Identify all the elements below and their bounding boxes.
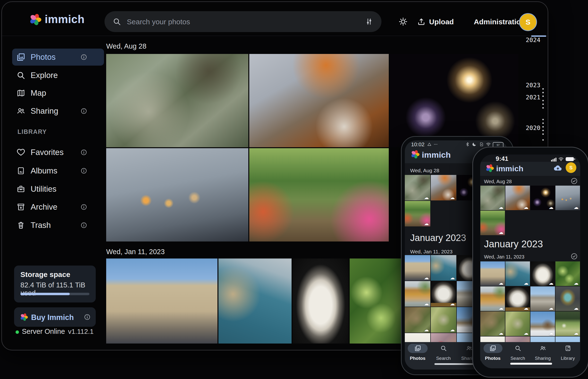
photo-tile[interactable] — [505, 312, 530, 336]
photo-tile[interactable] — [431, 307, 456, 332]
version-text: v1.112.1 — [68, 328, 93, 335]
info-icon[interactable] — [80, 107, 87, 115]
photo-tile[interactable] — [556, 312, 580, 336]
photo-tile[interactable] — [405, 201, 430, 226]
photo-tile[interactable] — [556, 286, 580, 311]
wifi-icon — [558, 157, 564, 162]
info-icon[interactable] — [80, 221, 87, 229]
sharing-people-icon — [16, 107, 25, 115]
iphone-date-aug: Wed, Aug 28 — [484, 179, 512, 184]
photo-tile[interactable] — [556, 186, 580, 210]
info-icon[interactable] — [84, 313, 91, 321]
nav-item-search[interactable]: Search — [432, 356, 454, 361]
immich-logo-icon — [20, 313, 28, 321]
photo-tile[interactable] — [405, 307, 430, 332]
timeline-dot — [542, 119, 544, 120]
photos-icon[interactable] — [490, 345, 496, 351]
administration-link[interactable]: Administration — [474, 18, 525, 26]
android-brand: immich — [422, 150, 451, 160]
no-sim-icon — [479, 142, 484, 147]
photo-tile[interactable] — [480, 211, 505, 235]
signal-bars-icon — [551, 160, 552, 161]
iphone-month-header: January 2023 — [484, 238, 543, 250]
upload-button[interactable]: Upload — [429, 18, 454, 26]
user-avatar[interactable]: S — [566, 162, 576, 173]
photo-tile[interactable] — [530, 186, 555, 210]
storage-title: Storage space — [20, 270, 70, 279]
photo-tile[interactable] — [505, 261, 530, 286]
search-icon[interactable] — [515, 345, 521, 351]
photo-marble-bust[interactable] — [293, 258, 349, 344]
theme-toggle-sun-icon[interactable] — [398, 17, 408, 26]
library-section-heading: LIBRARY — [17, 128, 47, 135]
search-input[interactable] — [126, 14, 332, 30]
timeline-year: 2020 — [520, 124, 540, 131]
immich-logo-icon — [29, 13, 42, 26]
bluetooth-icon — [465, 142, 470, 147]
select-all-icon[interactable] — [571, 253, 578, 260]
info-icon[interactable] — [80, 149, 87, 156]
photo-tile[interactable] — [405, 175, 430, 200]
albums-image-icon — [16, 166, 25, 175]
search-icon[interactable] — [440, 345, 447, 351]
nav-item-search[interactable]: Search — [507, 356, 529, 361]
photo-tile[interactable] — [431, 175, 456, 200]
photo-zoo-monkeys[interactable] — [106, 54, 248, 147]
photo-autumn-park[interactable] — [249, 148, 389, 241]
photo-tile[interactable] — [530, 261, 555, 286]
nav-item-library[interactable]: Library — [557, 356, 579, 361]
photo-tile[interactable] — [480, 312, 505, 336]
photo-fortress-walls[interactable] — [106, 258, 218, 344]
battery-icon — [566, 157, 574, 161]
timeline-dot — [542, 133, 544, 135]
timeline-dot — [542, 126, 544, 127]
photo-fireworks[interactable] — [390, 54, 518, 147]
wifi-icon — [486, 142, 491, 147]
home-indicator — [510, 363, 552, 365]
storage-progress-track — [20, 293, 89, 295]
android-status-time: 10:02 — [411, 142, 425, 148]
timeline-dot — [542, 104, 544, 105]
photo-tile[interactable] — [480, 186, 505, 210]
info-icon[interactable] — [80, 53, 87, 61]
cloud-backup-icon[interactable] — [553, 163, 563, 173]
upload-icon[interactable] — [417, 17, 426, 26]
sharing-people-icon[interactable] — [466, 345, 473, 351]
photo-tile[interactable] — [556, 261, 580, 286]
iphone-bottom-nav: Photos Search Sharing Library — [480, 342, 580, 368]
storage-progress-fill — [20, 293, 70, 295]
nav-item-photos[interactable]: Photos — [407, 356, 429, 361]
signal-bars-icon — [553, 159, 554, 161]
photo-tile[interactable] — [530, 286, 555, 311]
photo-coastal-tower[interactable] — [218, 258, 292, 344]
user-avatar[interactable]: S — [519, 13, 537, 31]
sharing-people-icon[interactable] — [540, 345, 546, 351]
library-icon[interactable] — [565, 345, 571, 351]
photo-tile[interactable] — [431, 281, 456, 307]
date-header-jan: Wed, Jan 11, 2023 — [106, 248, 165, 256]
photo-green-berries[interactable] — [350, 258, 406, 344]
trash-icon — [16, 221, 25, 230]
android-date-jan: Wed, Jan 11, 2023 — [410, 249, 452, 255]
buy-immich-button[interactable]: Buy Immich — [14, 307, 96, 327]
photo-tile[interactable] — [505, 186, 530, 210]
photo-tile[interactable] — [480, 286, 505, 311]
nav-item-sharing[interactable]: Sharing — [532, 356, 554, 361]
photo-dinner-table[interactable] — [249, 54, 389, 147]
photo-tile[interactable] — [405, 281, 430, 307]
photo-tile[interactable] — [431, 255, 456, 281]
timeline-year: 2023 — [520, 82, 540, 89]
photos-icon[interactable] — [414, 345, 421, 351]
photo-tile[interactable] — [530, 312, 555, 336]
photo-tile[interactable] — [405, 255, 430, 281]
archive-icon — [16, 203, 25, 211]
info-icon[interactable] — [80, 167, 87, 174]
photo-holding-hands[interactable] — [106, 148, 248, 241]
info-icon[interactable] — [80, 203, 87, 211]
status-more-dots-icon — [433, 142, 438, 146]
photo-tile[interactable] — [505, 286, 530, 311]
nav-item-photos[interactable]: Photos — [482, 356, 504, 361]
select-all-icon[interactable] — [571, 177, 578, 185]
filter-sliders-icon[interactable] — [365, 17, 373, 26]
photo-tile[interactable] — [480, 261, 505, 286]
